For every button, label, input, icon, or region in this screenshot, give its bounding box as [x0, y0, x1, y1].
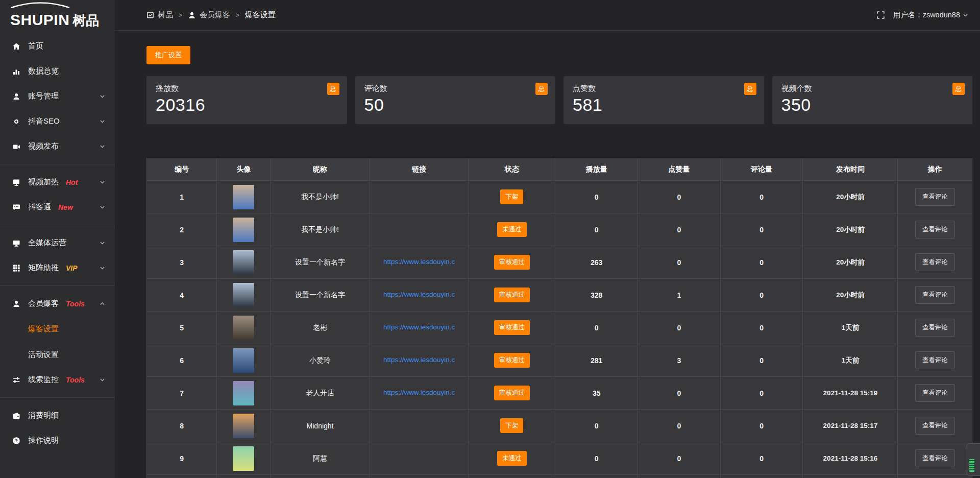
view-comments-button[interactable]: 查看评论	[915, 384, 955, 402]
row-avatar-cell	[217, 442, 271, 475]
row-plays-cell: 0	[555, 312, 638, 344]
row-plays-cell: 0	[555, 213, 638, 246]
column-header: 编号	[147, 158, 217, 181]
sidebar-item-video-publish[interactable]: 视频发布	[0, 134, 115, 159]
brand-name-cn: 树品	[72, 14, 99, 28]
sidebar-item-label: 消费明细	[28, 411, 59, 420]
total-badge: 总	[952, 83, 965, 95]
row-action-cell: 查看评论	[898, 181, 972, 213]
status-badge: 审核通过	[494, 320, 530, 335]
view-comments-button[interactable]: 查看评论	[915, 417, 955, 435]
view-comments-button[interactable]: 查看评论	[915, 319, 955, 337]
sidebar-subitem-baoke-settings[interactable]: 爆客设置	[0, 316, 115, 342]
breadcrumb-item-member-baoke[interactable]: 会员爆客	[188, 10, 230, 20]
table-row: 3设置一个新名字https://www.iesdouyin.c审核通过26300…	[147, 246, 972, 279]
view-comments-button[interactable]: 查看评论	[915, 449, 955, 467]
view-comments-button[interactable]: 查看评论	[915, 351, 955, 369]
stat-card-label: 点赞数	[573, 84, 755, 93]
sidebar-item-douyin-seo[interactable]: 抖音SEO	[0, 109, 115, 134]
total-badge: 总	[327, 83, 339, 95]
row-link-cell	[370, 181, 469, 213]
row-action-cell: 查看评论	[898, 279, 972, 312]
video-link[interactable]: https://www.iesdouyin.c	[383, 323, 455, 331]
sidebar-item-account-manage[interactable]: 账号管理	[0, 84, 115, 109]
row-link-cell: https://www.iesdouyin.c	[370, 344, 469, 377]
row-time-cell: 1天前	[803, 312, 898, 344]
row-avatar-cell	[217, 475, 271, 478]
row-nickname-cell	[271, 475, 370, 478]
sidebar-item-tag: VIP	[66, 264, 78, 272]
row-comments-cell: 0	[720, 410, 803, 442]
sidebar-item-consume-detail[interactable]: 消费明细	[0, 403, 115, 428]
row-plays-cell: 281	[555, 344, 638, 377]
row-nickname-cell: 设置一个新名字	[271, 279, 370, 312]
sidebar-item-home[interactable]: 首页	[0, 34, 115, 59]
view-comments-button[interactable]: 查看评论	[915, 188, 955, 206]
table-row: 7老人开店https://www.iesdouyin.c审核通过35002021…	[147, 377, 972, 410]
row-likes-cell: 0	[638, 377, 721, 410]
row-nickname-cell: 老人开店	[271, 377, 370, 410]
breadcrumb-item-shupin[interactable]: 树品	[146, 10, 173, 20]
status-badge: 审核通过	[494, 353, 530, 368]
video-link[interactable]: https://www.iesdouyin.c	[383, 389, 455, 396]
sidebar-item-matrix-boost[interactable]: 矩阵助推VIP	[0, 255, 115, 280]
promo-settings-button[interactable]: 推广设置	[146, 46, 190, 64]
row-id-cell: 1	[147, 181, 217, 213]
row-plays-cell	[555, 475, 638, 478]
avatar	[233, 185, 254, 209]
row-action-cell	[898, 475, 972, 478]
user-menu[interactable]: 用户名：zswodun88	[893, 10, 969, 20]
column-header: 评论量	[720, 158, 803, 181]
sidebar-subitem-activity-settings[interactable]: 活动设置	[0, 342, 115, 367]
view-comments-button[interactable]: 查看评论	[915, 253, 955, 271]
row-status-cell: 审核通过	[469, 377, 555, 410]
floating-widget[interactable]	[966, 443, 980, 476]
user-icon	[12, 92, 21, 101]
sidebar-item-video-heat[interactable]: 视频加热Hot	[0, 170, 115, 195]
gear-icon	[12, 117, 21, 126]
row-plays-cell: 0	[555, 410, 638, 442]
avatar	[233, 381, 254, 405]
avatar	[233, 283, 254, 307]
stat-card-value: 581	[573, 95, 755, 115]
view-comments-button[interactable]: 查看评论	[915, 221, 955, 238]
sidebar-item-label: 操作说明	[28, 436, 59, 445]
sidebar-item-tag: Tools	[66, 376, 85, 384]
row-action-cell: 查看评论	[898, 377, 972, 410]
breadcrumb-label: 爆客设置	[245, 10, 276, 20]
fullscreen-icon[interactable]	[876, 11, 885, 19]
sidebar-item-all-media[interactable]: 全媒体运营	[0, 230, 115, 255]
video-link[interactable]: https://www.iesdouyin.c	[383, 291, 455, 298]
column-header: 头像	[217, 158, 271, 181]
svg-text:?: ?	[15, 438, 18, 443]
row-likes-cell: 0	[638, 213, 721, 246]
row-likes-cell: 0	[638, 246, 721, 279]
row-time-cell: 2021-11-28 15:19	[803, 377, 898, 410]
row-id-cell: 4	[147, 279, 217, 312]
chevron-up-icon	[99, 300, 106, 307]
stat-card: 播放数20316总	[146, 76, 347, 124]
table-row: 6小爱玲https://www.iesdouyin.c审核通过281301天前查…	[147, 344, 972, 377]
row-link-cell	[370, 442, 469, 475]
sidebar-item-clue-monitor[interactable]: 线索监控Tools	[0, 367, 115, 392]
row-time-cell: 20小时前	[803, 279, 898, 312]
sidebar-item-member-baoke[interactable]: 会员爆客Tools	[0, 291, 115, 316]
chevron-down-icon	[99, 118, 106, 125]
view-comments-button[interactable]: 查看评论	[915, 286, 955, 304]
sidebar-item-label: 账号管理	[28, 91, 59, 101]
sidebar-item-data-overview[interactable]: 数据总览	[0, 59, 115, 84]
stat-card-value: 50	[364, 95, 547, 115]
sidebar-item-label: 数据总览	[28, 66, 59, 76]
sidebar-item-operation-guide[interactable]: ?操作说明	[0, 428, 115, 453]
video-link[interactable]: https://www.iesdouyin.c	[383, 356, 455, 364]
row-status-cell: 下架	[469, 181, 555, 213]
status-badge: 审核通过	[494, 255, 530, 270]
table-row: 5老彬https://www.iesdouyin.c审核通过0001天前查看评论	[147, 312, 972, 344]
video-link[interactable]: https://www.iesdouyin.c	[383, 258, 455, 266]
row-avatar-cell	[217, 181, 271, 213]
breadcrumb-separator: >	[179, 12, 182, 19]
sidebar-item-douketong[interactable]: 抖客通New	[0, 195, 115, 220]
row-avatar-cell	[217, 213, 271, 246]
row-plays-cell: 328	[555, 279, 638, 312]
row-avatar-cell	[217, 377, 271, 410]
